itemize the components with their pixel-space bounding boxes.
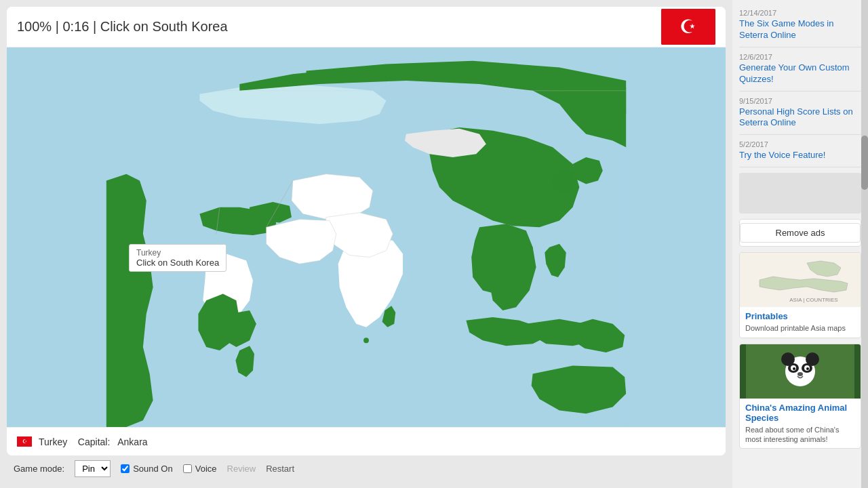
country-info: Turkey Capital: Ankara xyxy=(39,436,148,447)
main-content: 100% | 0:16 | Click on South Korea ☪ xyxy=(0,0,732,488)
printables-thumbnail: ASIA | COUNTRIES xyxy=(740,253,861,307)
sound-on-checkbox[interactable] xyxy=(121,464,130,473)
footer-capital-value: Ankara xyxy=(117,436,147,447)
bottom-toolbar: Game mode: Pin Sound On Voice Review Res… xyxy=(7,455,726,481)
map-footer: ☪ Turkey Capital: Ankara xyxy=(7,427,726,455)
panda-thumbnail xyxy=(740,344,861,399)
news-date-2: 12/6/2017 xyxy=(739,53,861,61)
printables-title[interactable]: Printables xyxy=(745,311,855,321)
voice-label[interactable]: Voice xyxy=(195,464,217,474)
game-mode-label: Game mode: xyxy=(14,464,64,474)
svg-point-13 xyxy=(793,367,795,370)
svg-point-15 xyxy=(797,372,803,376)
review-button[interactable]: Review xyxy=(227,464,256,474)
turkey-flag: ☪ xyxy=(661,9,715,45)
remove-ads-button[interactable]: Remove ads xyxy=(740,223,861,243)
news-link-1[interactable]: The Six Game Modes in Seterra Online xyxy=(739,18,861,41)
restart-button[interactable]: Restart xyxy=(266,464,294,474)
game-mode-select[interactable]: Pin xyxy=(75,460,111,477)
voice-group: Voice xyxy=(183,464,217,474)
svg-point-14 xyxy=(806,367,809,370)
news-item-2: 12/6/2017 Generate Your Own Custom Quizz… xyxy=(739,47,861,92)
ad-placeholder xyxy=(739,173,861,214)
voice-checkbox[interactable] xyxy=(183,464,192,473)
remove-ads-card: Remove ads xyxy=(739,219,861,247)
news-date-3: 9/15/2017 xyxy=(739,97,861,105)
news-item-4: 5/2/2017 Try the Voice Feature! xyxy=(739,135,861,167)
svg-text:ASIA | COUNTRIES: ASIA | COUNTRIES xyxy=(789,297,837,303)
svg-point-1 xyxy=(363,338,369,343)
panda-card[interactable]: China's Amazing Animal Species Read abou… xyxy=(739,344,861,449)
map-container: 100% | 0:16 | Click on South Korea ☪ xyxy=(7,7,726,455)
printables-card[interactable]: ASIA | COUNTRIES Printables Download pri… xyxy=(739,252,861,338)
scrollbar-thumb[interactable] xyxy=(861,136,868,190)
panda-card-title[interactable]: China's Amazing Animal Species xyxy=(745,403,855,423)
scrollbar-track xyxy=(861,0,868,488)
map-svg[interactable] xyxy=(7,47,726,427)
news-item-3: 9/15/2017 Personal High Score Lists on S… xyxy=(739,92,861,136)
flag-box: ☪ xyxy=(661,9,715,45)
footer-capital-label: Capital: xyxy=(78,436,110,447)
panda-card-body: China's Amazing Animal Species Read abou… xyxy=(740,399,861,449)
flag-small-crescent: ☪ xyxy=(22,439,27,445)
news-link-3[interactable]: Personal High Score Lists on Seterra Onl… xyxy=(739,106,861,129)
sound-on-group: Sound On xyxy=(121,464,173,474)
footer-country-name: Turkey xyxy=(39,436,67,447)
news-item-1: 12/14/2017 The Six Game Modes in Seterra… xyxy=(739,3,861,47)
sidebar: 12/14/2017 The Six Game Modes in Seterra… xyxy=(732,0,868,488)
news-link-4[interactable]: Try the Voice Feature! xyxy=(739,150,861,161)
map-title: 100% | 0:16 | Click on South Korea xyxy=(17,19,228,35)
flag-small-turkey: ☪ xyxy=(17,436,32,447)
printables-desc: Download printable Asia maps xyxy=(745,323,855,333)
news-date-4: 5/2/2017 xyxy=(739,140,861,148)
news-link-2[interactable]: Generate Your Own Custom Quizzes! xyxy=(739,62,861,85)
news-date-1: 12/14/2017 xyxy=(739,9,861,17)
turkey-crescent-icon: ☪ xyxy=(679,16,696,38)
sound-on-label[interactable]: Sound On xyxy=(133,464,173,474)
map-area[interactable]: Turkey Click on South Korea xyxy=(7,47,726,427)
map-header: 100% | 0:16 | Click on South Korea ☪ xyxy=(7,7,726,47)
printables-card-body: Printables Download printable Asia maps xyxy=(740,307,861,337)
panda-card-desc: Read about some of China's most interest… xyxy=(745,425,855,445)
